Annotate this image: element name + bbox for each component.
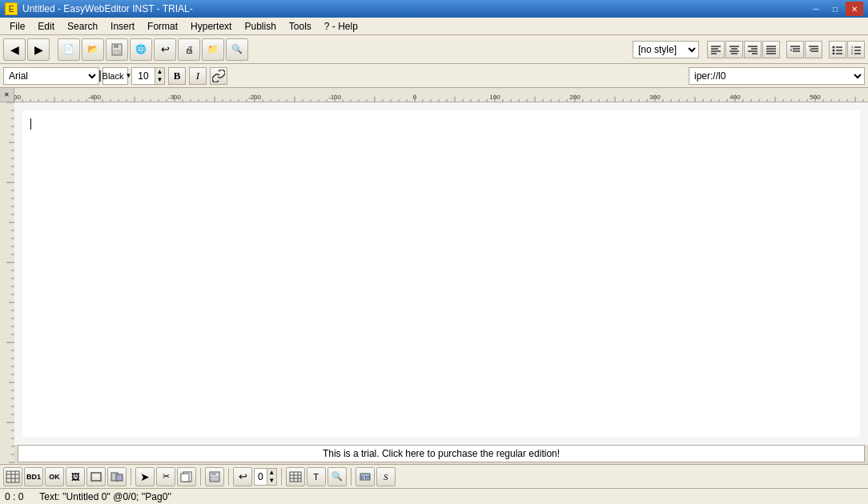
style-dropdown[interactable]: [no style] Heading 1 Heading 2 Paragraph	[633, 41, 699, 58]
menu-tools[interactable]: Tools	[283, 19, 318, 34]
script-btn[interactable]: S	[376, 467, 396, 486]
editor-area[interactable]	[14, 102, 868, 445]
find-button[interactable]: 🔍	[226, 38, 248, 61]
font-size-input[interactable]	[132, 68, 155, 84]
font-size-arrows: ▲ ▼	[155, 68, 164, 84]
svg-rect-45	[116, 474, 123, 481]
font-color-picker[interactable]: Black ▼	[102, 67, 128, 85]
back-button[interactable]: ◀	[3, 38, 26, 61]
ruler-canvas	[14, 88, 868, 102]
color-swatch	[99, 70, 101, 82]
bottom-toolbar: BD1 OK 🖼 ➤ ✂ ↩ 0 ▲ ▼ T 🔍 FTP S	[0, 464, 868, 488]
table-btn[interactable]	[3, 467, 22, 486]
menu-edit[interactable]: Edit	[31, 19, 61, 34]
separator-5	[351, 468, 352, 486]
svg-rect-1	[114, 44, 119, 48]
font-toolbar: Arial Times New Roman Courier New Verdan…	[0, 64, 868, 88]
folder-button[interactable]: 📁	[202, 38, 224, 61]
table2-btn[interactable]: BD1	[24, 467, 43, 486]
save-button[interactable]	[106, 38, 128, 61]
open-button[interactable]: 📂	[82, 38, 104, 61]
insert-table-btn[interactable]	[286, 467, 305, 486]
forward-button[interactable]: ▶	[27, 38, 50, 61]
rectangle-btn[interactable]	[86, 467, 106, 486]
undo-count: 0	[255, 471, 267, 482]
align-justify-button[interactable]	[762, 41, 780, 58]
save2-btn[interactable]	[205, 467, 224, 486]
close-button[interactable]: ✕	[846, 2, 863, 16]
vertical-ruler	[0, 102, 14, 464]
undo-button[interactable]: ↩	[154, 38, 176, 61]
app-icon: E	[5, 2, 18, 15]
title-bar: E Untitled - EasyWebEditor INST - TRIAL-…	[0, 0, 868, 18]
undo2-btn[interactable]: ↩	[233, 467, 252, 486]
menu-format[interactable]: Format	[141, 19, 184, 34]
ruler-corner: ✕	[0, 88, 14, 102]
undo-up[interactable]: ▲	[267, 469, 276, 477]
svg-rect-38	[6, 471, 19, 482]
object-btn[interactable]	[107, 467, 127, 486]
cut-btn[interactable]: ✂	[156, 467, 175, 486]
separator-1	[131, 468, 131, 486]
ordered-list-button[interactable]: 1.2.3.	[847, 41, 865, 58]
indent-button[interactable]	[786, 41, 804, 58]
unordered-list-button[interactable]	[829, 41, 846, 58]
print-button[interactable]: 🖨	[178, 38, 200, 61]
align-center-button[interactable]	[725, 41, 743, 58]
list-group: 1.2.3.	[829, 41, 865, 58]
ftp-btn[interactable]: FTP	[356, 467, 375, 486]
minimize-button[interactable]: ─	[807, 2, 825, 16]
find2-btn[interactable]: 🔍	[328, 467, 347, 486]
trial-bar[interactable]: This is a trial. Click here to purchase …	[18, 445, 865, 462]
font-size-down[interactable]: ▼	[155, 76, 164, 84]
font-size-control: ▲ ▼	[131, 67, 165, 85]
font-size-up[interactable]: ▲	[155, 68, 164, 76]
menu-publish[interactable]: Publish	[238, 19, 282, 34]
image-btn[interactable]: 🖼	[66, 467, 85, 486]
menu-bar: File Edit Search Insert Format Hypertext…	[0, 18, 868, 35]
menu-search[interactable]: Search	[61, 19, 104, 34]
url-dropdown[interactable]: iper://l0	[689, 67, 865, 85]
undo-down[interactable]: ▼	[267, 477, 276, 485]
menu-insert[interactable]: Insert	[104, 19, 141, 34]
menu-file[interactable]: File	[3, 19, 31, 34]
text-btn[interactable]: T	[307, 467, 326, 486]
main-area: This is a trial. Click here to purchase …	[0, 102, 868, 464]
window-controls: ─ □ ✕	[807, 2, 863, 16]
italic-button[interactable]: I	[189, 67, 207, 85]
undo-arrows: ▲ ▼	[267, 469, 276, 485]
bold-button[interactable]: B	[168, 67, 186, 85]
table3-btn[interactable]: OK	[45, 467, 64, 486]
outdent-button[interactable]	[805, 41, 822, 58]
coordinates: 0 : 0	[5, 491, 23, 502]
browse-button[interactable]: 🌐	[130, 38, 152, 61]
svg-rect-50	[211, 477, 219, 481]
menu-help[interactable]: ? - Help	[318, 19, 364, 34]
svg-rect-49	[211, 472, 216, 475]
link-button[interactable]	[210, 67, 227, 85]
separator-2	[200, 468, 201, 486]
editor-content[interactable]	[22, 110, 860, 437]
align-left-button[interactable]	[707, 41, 725, 58]
svg-point-29	[833, 52, 835, 54]
svg-rect-47	[181, 474, 189, 482]
align-right-button[interactable]	[744, 41, 762, 58]
copy-btn[interactable]	[177, 467, 196, 486]
svg-rect-43	[91, 473, 101, 481]
status-info: Text: ''Untitled 0'' @0/0; ''Pag0''	[39, 491, 171, 502]
arrow-btn[interactable]: ➤	[135, 467, 155, 486]
new-button[interactable]: 📄	[58, 38, 80, 61]
trial-text: This is a trial. Click here to purchase …	[323, 448, 560, 459]
font-family-dropdown[interactable]: Arial Times New Roman Courier New Verdan…	[3, 67, 99, 85]
svg-point-27	[833, 49, 835, 51]
maximize-button[interactable]: □	[826, 2, 844, 16]
align-group-1	[707, 41, 780, 58]
color-label: Black	[102, 71, 124, 81]
window-title: Untitled - EasyWebEditor INST - TRIAL-	[22, 3, 807, 14]
svg-rect-51	[290, 472, 301, 482]
main-toolbar: ◀ ▶ 📄 📂 🌐 ↩ 🖨 📁 🔍 [no style] Heading 1 H…	[0, 35, 868, 64]
menu-hypertext[interactable]: Hypertext	[184, 19, 238, 34]
svg-rect-2	[114, 50, 120, 54]
svg-text:3.: 3.	[851, 51, 854, 54]
undo-counter: 0 ▲ ▼	[254, 468, 277, 486]
